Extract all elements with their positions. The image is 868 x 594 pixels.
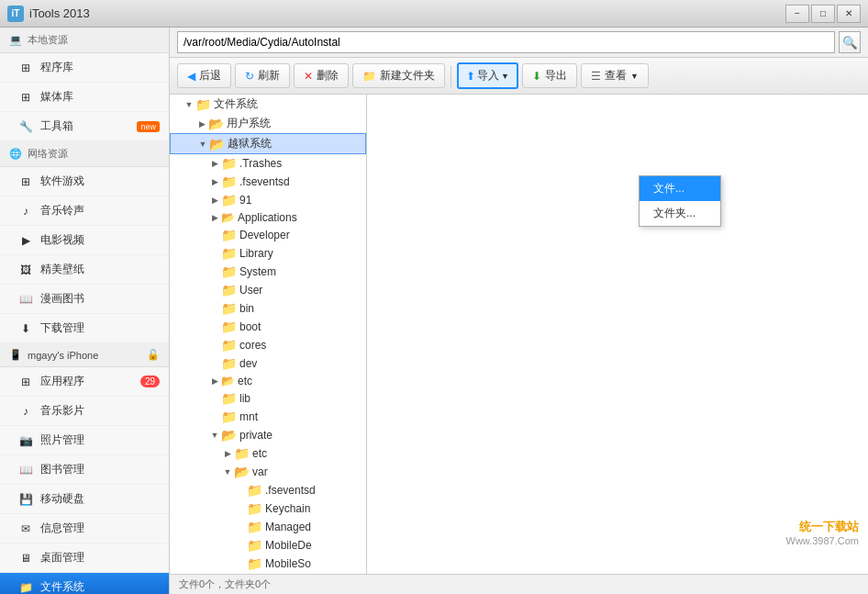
expand-icon[interactable]: [208, 302, 221, 315]
tree-node-boot[interactable]: 📁 boot: [170, 318, 366, 336]
sidebar-item-filesystem[interactable]: 📁 文件系统: [0, 573, 169, 594]
sidebar-item-books[interactable]: 📖 图书管理: [0, 455, 169, 485]
tree-node-91[interactable]: ▶ 📁 91: [170, 191, 366, 209]
tree-node-trashes[interactable]: ▶ 📁 .Trashes: [170, 154, 366, 173]
expand-icon[interactable]: [208, 392, 221, 405]
tree-node-mobileso[interactable]: 📁 MobileSo: [170, 555, 366, 573]
sidebar-item-messages[interactable]: ✉ 信息管理: [0, 514, 169, 544]
minimize-button[interactable]: −: [785, 5, 809, 23]
expand-icon[interactable]: ▶: [208, 375, 221, 387]
expand-icon[interactable]: [208, 284, 221, 297]
expand-icon[interactable]: ▶: [195, 118, 208, 130]
sidebar-item-desktop[interactable]: 🖥 桌面管理: [0, 544, 169, 573]
tree-node-lib[interactable]: 📁 lib: [170, 389, 366, 408]
expand-icon[interactable]: ▶: [208, 194, 221, 207]
sidebar-item-music[interactable]: ♪ 音乐铃声: [0, 196, 169, 226]
expand-icon[interactable]: [234, 502, 247, 515]
new-folder-button[interactable]: 📁 新建文件夹: [352, 63, 445, 88]
sidebar-item-video[interactable]: ▶ 电影视频: [0, 226, 169, 255]
expand-icon[interactable]: ▶: [208, 211, 221, 224]
window-controls[interactable]: − □ ✕: [785, 5, 861, 23]
sidebar-item-download[interactable]: ⬇ 下载管理: [0, 314, 169, 343]
tree-node-developer[interactable]: 📁 Developer: [170, 226, 366, 244]
tree-node-jailbreak-system[interactable]: ▼ 📂 越狱系统: [170, 133, 366, 154]
expand-icon[interactable]: [208, 247, 221, 260]
address-search-button[interactable]: 🔍: [839, 31, 861, 53]
import-icon: ⬆: [466, 70, 475, 83]
sidebar-item-programs[interactable]: ⊞ 程序库: [0, 53, 169, 83]
sidebar-item-media[interactable]: ⊞ 媒体库: [0, 83, 169, 112]
tree-node-system[interactable]: 📁 System: [170, 263, 366, 281]
tree-panel: ▼ 📁 文件系统 ▶ 📂 用户系统 ▼ 📂: [170, 95, 367, 574]
delete-button[interactable]: ✕ 删除: [294, 63, 349, 88]
address-bar-input[interactable]: [177, 31, 835, 53]
folder-icon: 📁: [221, 156, 237, 171]
tree-node-library[interactable]: 📁 Library: [170, 244, 366, 263]
sidebar-item-wallpaper[interactable]: 🖼 精美壁纸: [0, 255, 169, 285]
folder-icon: 📂: [221, 428, 237, 443]
tree-node-applications[interactable]: ▶ 📂 Applications: [170, 209, 366, 226]
expand-icon[interactable]: ▼: [183, 98, 195, 111]
import-file-item[interactable]: 文件...: [640, 176, 720, 201]
sidebar-item-apps[interactable]: ⊞ 应用程序 29: [0, 367, 169, 397]
expand-icon[interactable]: [234, 484, 247, 497]
toolbar: ◀ 后退 ↻ 刷新 ✕ 删除 📁 新建文件夹 ⬆ 导入 ▼ ⬇: [170, 58, 868, 95]
back-button[interactable]: ◀ 后退: [177, 63, 231, 88]
folder-icon: 📁: [18, 580, 33, 595]
expand-icon[interactable]: ▼: [208, 429, 221, 442]
sidebar-item-disk[interactable]: 💾 移动硬盘: [0, 485, 169, 514]
sidebar-item-comics[interactable]: 📖 漫画图书: [0, 285, 169, 314]
status-bar: 文件0个，文件夹0个: [170, 574, 868, 594]
expand-icon[interactable]: [208, 229, 221, 241]
import-folder-item[interactable]: 文件夹...: [640, 201, 720, 226]
network-section-label: 网络资源: [28, 147, 68, 161]
tree-node-etc[interactable]: ▶ 📂 etc: [170, 373, 366, 389]
refresh-button[interactable]: ↻ 刷新: [235, 63, 290, 88]
maximize-button[interactable]: □: [811, 5, 835, 23]
tree-node-user[interactable]: 📁 User: [170, 281, 366, 299]
expand-icon[interactable]: [234, 557, 247, 570]
tree-node-cores[interactable]: 📁 cores: [170, 336, 366, 354]
tree-node-var[interactable]: ▼ 📂 var: [170, 463, 366, 481]
folder-icon: 📁: [247, 520, 262, 534]
tree-node-private[interactable]: ▼ 📂 private: [170, 426, 366, 444]
view-button[interactable]: ☰ 查看 ▼: [581, 63, 649, 88]
expand-icon[interactable]: [234, 539, 247, 552]
export-button[interactable]: ⬇ 导出: [522, 63, 577, 88]
expand-icon[interactable]: ▶: [221, 447, 234, 460]
tree-node-fseventsd2[interactable]: 📁 .fseventsd: [170, 481, 366, 499]
expand-icon[interactable]: ▶: [208, 157, 221, 170]
expand-icon[interactable]: ▼: [196, 138, 209, 151]
sidebar-item-photos[interactable]: 📷 照片管理: [0, 426, 169, 455]
close-button[interactable]: ✕: [837, 5, 861, 23]
tree-node-user-system[interactable]: ▶ 📂 用户系统: [170, 114, 366, 133]
expand-icon[interactable]: [208, 339, 221, 352]
grid-icon: ⊞: [18, 61, 33, 75]
tree-node-audit[interactable]: 📁 audit: [170, 573, 366, 574]
address-bar-container: 🔍: [170, 28, 868, 58]
sidebar-item-music-device[interactable]: ♪ 音乐影片: [0, 397, 169, 426]
tree-node-bin[interactable]: 📁 bin: [170, 299, 366, 318]
folder-icon: 📁: [221, 409, 237, 424]
folder-icon: 📁: [221, 264, 237, 279]
expand-icon[interactable]: ▼: [221, 465, 234, 478]
main-layout: 💻 本地资源 ⊞ 程序库 ⊞ 媒体库 🔧 工具箱 new 🌐 网络资源 ⊞ 软件…: [0, 28, 868, 594]
sidebar-item-tools[interactable]: 🔧 工具箱 new: [0, 112, 169, 141]
tree-node-fseventsd[interactable]: ▶ 📁 .fseventsd: [170, 173, 366, 191]
tree-node-filesystem[interactable]: ▼ 📁 文件系统: [170, 95, 366, 114]
tree-node-managed[interactable]: 📁 Managed: [170, 518, 366, 536]
expand-icon[interactable]: [208, 410, 221, 423]
tree-node-keychain[interactable]: 📁 Keychain: [170, 499, 366, 518]
tree-node-dev[interactable]: 📁 dev: [170, 354, 366, 373]
expand-icon[interactable]: [208, 357, 221, 370]
tree-node-private-etc[interactable]: ▶ 📁 etc: [170, 444, 366, 463]
sidebar-item-games[interactable]: ⊞ 软件游戏: [0, 167, 169, 196]
import-dropdown-button[interactable]: ⬆ 导入 ▼: [457, 62, 518, 89]
expand-icon[interactable]: [208, 265, 221, 278]
watermark: 统一下载站 Www.3987.Com: [786, 519, 859, 546]
expand-icon[interactable]: ▶: [208, 175, 221, 188]
expand-icon[interactable]: [234, 521, 247, 533]
tree-node-mobiledevice[interactable]: 📁 MobileDe: [170, 536, 366, 555]
tree-node-mnt[interactable]: 📁 mnt: [170, 408, 366, 426]
expand-icon[interactable]: [208, 320, 221, 333]
